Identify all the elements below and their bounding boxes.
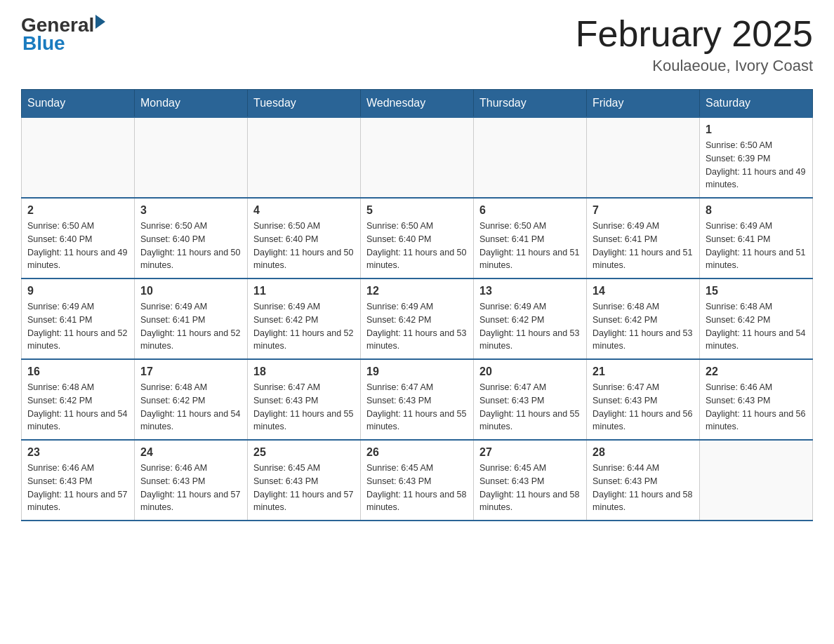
day-content: 15Sunrise: 6:48 AM Sunset: 6:42 PM Dayli… <box>706 285 807 353</box>
day-number: 15 <box>706 285 807 297</box>
calendar-day-cell <box>474 117 587 198</box>
day-content: 7Sunrise: 6:49 AM Sunset: 6:41 PM Daylig… <box>593 204 694 272</box>
day-content: 9Sunrise: 6:49 AM Sunset: 6:41 PM Daylig… <box>27 285 128 353</box>
day-number: 6 <box>479 204 581 217</box>
day-number: 25 <box>253 446 355 459</box>
calendar-day-cell: 20Sunrise: 6:47 AM Sunset: 6:43 PM Dayli… <box>474 359 587 440</box>
calendar-table: Sunday Monday Tuesday Wednesday Thursday… <box>21 89 813 521</box>
day-info: Sunrise: 6:48 AM Sunset: 6:42 PM Dayligh… <box>140 381 241 434</box>
day-info: Sunrise: 6:49 AM Sunset: 6:42 PM Dayligh… <box>479 300 581 353</box>
day-info: Sunrise: 6:46 AM Sunset: 6:43 PM Dayligh… <box>27 462 128 514</box>
calendar-day-cell: 4Sunrise: 6:50 AM Sunset: 6:40 PM Daylig… <box>248 198 361 279</box>
day-content: 23Sunrise: 6:46 AM Sunset: 6:43 PM Dayli… <box>27 446 128 514</box>
calendar-day-cell: 6Sunrise: 6:50 AM Sunset: 6:41 PM Daylig… <box>474 198 587 279</box>
day-number: 8 <box>706 204 807 217</box>
day-info: Sunrise: 6:48 AM Sunset: 6:42 PM Dayligh… <box>706 300 807 353</box>
day-number: 28 <box>593 446 694 459</box>
day-content: 22Sunrise: 6:46 AM Sunset: 6:43 PM Dayli… <box>706 365 807 434</box>
day-info: Sunrise: 6:50 AM Sunset: 6:40 PM Dayligh… <box>140 220 241 272</box>
calendar-day-cell: 19Sunrise: 6:47 AM Sunset: 6:43 PM Dayli… <box>361 359 474 440</box>
day-content: 5Sunrise: 6:50 AM Sunset: 6:40 PM Daylig… <box>366 204 468 272</box>
calendar-day-cell: 14Sunrise: 6:48 AM Sunset: 6:42 PM Dayli… <box>587 279 700 359</box>
calendar-day-cell: 28Sunrise: 6:44 AM Sunset: 6:43 PM Dayli… <box>587 440 700 521</box>
location-text: Koulaeoue, Ivory Coast <box>576 57 813 75</box>
calendar-week-row: 9Sunrise: 6:49 AM Sunset: 6:41 PM Daylig… <box>22 279 813 359</box>
day-number: 14 <box>593 285 694 297</box>
calendar-day-cell: 1Sunrise: 6:50 AM Sunset: 6:39 PM Daylig… <box>700 117 813 198</box>
day-info: Sunrise: 6:49 AM Sunset: 6:41 PM Dayligh… <box>140 300 241 353</box>
title-section: February 2025 Koulaeoue, Ivory Coast <box>576 14 813 75</box>
calendar-day-cell <box>22 117 135 198</box>
calendar-day-cell: 23Sunrise: 6:46 AM Sunset: 6:43 PM Dayli… <box>22 440 135 521</box>
day-info: Sunrise: 6:44 AM Sunset: 6:43 PM Dayligh… <box>593 462 694 514</box>
calendar-day-cell: 11Sunrise: 6:49 AM Sunset: 6:42 PM Dayli… <box>248 279 361 359</box>
header-sunday: Sunday <box>22 90 135 118</box>
header-friday: Friday <box>587 90 700 118</box>
day-content: 25Sunrise: 6:45 AM Sunset: 6:43 PM Dayli… <box>253 446 355 514</box>
day-content: 3Sunrise: 6:50 AM Sunset: 6:40 PM Daylig… <box>140 204 241 272</box>
calendar-day-cell: 27Sunrise: 6:45 AM Sunset: 6:43 PM Dayli… <box>474 440 587 521</box>
day-content: 8Sunrise: 6:49 AM Sunset: 6:41 PM Daylig… <box>706 204 807 272</box>
day-info: Sunrise: 6:50 AM Sunset: 6:40 PM Dayligh… <box>253 220 355 272</box>
day-info: Sunrise: 6:45 AM Sunset: 6:43 PM Dayligh… <box>366 462 468 514</box>
day-number: 5 <box>366 204 468 217</box>
calendar-day-cell: 5Sunrise: 6:50 AM Sunset: 6:40 PM Daylig… <box>361 198 474 279</box>
day-number: 10 <box>140 285 241 297</box>
calendar-day-cell <box>135 117 248 198</box>
day-info: Sunrise: 6:48 AM Sunset: 6:42 PM Dayligh… <box>593 300 694 353</box>
day-number: 7 <box>593 204 694 217</box>
day-number: 4 <box>253 204 355 217</box>
day-info: Sunrise: 6:46 AM Sunset: 6:43 PM Dayligh… <box>140 462 241 514</box>
day-content: 27Sunrise: 6:45 AM Sunset: 6:43 PM Dayli… <box>479 446 581 514</box>
day-number: 26 <box>366 446 468 459</box>
header-monday: Monday <box>135 90 248 118</box>
calendar-day-cell: 9Sunrise: 6:49 AM Sunset: 6:41 PM Daylig… <box>22 279 135 359</box>
day-info: Sunrise: 6:49 AM Sunset: 6:41 PM Dayligh… <box>593 220 694 272</box>
calendar-day-cell: 10Sunrise: 6:49 AM Sunset: 6:41 PM Dayli… <box>135 279 248 359</box>
calendar-day-cell <box>587 117 700 198</box>
calendar-day-cell: 3Sunrise: 6:50 AM Sunset: 6:40 PM Daylig… <box>135 198 248 279</box>
day-number: 21 <box>593 365 694 378</box>
month-title: February 2025 <box>576 14 813 54</box>
day-number: 19 <box>366 365 468 378</box>
day-info: Sunrise: 6:49 AM Sunset: 6:42 PM Dayligh… <box>253 300 355 353</box>
day-content: 16Sunrise: 6:48 AM Sunset: 6:42 PM Dayli… <box>27 365 128 434</box>
day-content: 6Sunrise: 6:50 AM Sunset: 6:41 PM Daylig… <box>479 204 581 272</box>
day-number: 20 <box>479 365 581 378</box>
day-content: 24Sunrise: 6:46 AM Sunset: 6:43 PM Dayli… <box>140 446 241 514</box>
calendar-day-cell: 21Sunrise: 6:47 AM Sunset: 6:43 PM Dayli… <box>587 359 700 440</box>
calendar-week-row: 16Sunrise: 6:48 AM Sunset: 6:42 PM Dayli… <box>22 359 813 440</box>
calendar-day-cell: 22Sunrise: 6:46 AM Sunset: 6:43 PM Dayli… <box>700 359 813 440</box>
day-content: 26Sunrise: 6:45 AM Sunset: 6:43 PM Dayli… <box>366 446 468 514</box>
day-number: 27 <box>479 446 581 459</box>
calendar-day-cell: 12Sunrise: 6:49 AM Sunset: 6:42 PM Dayli… <box>361 279 474 359</box>
day-info: Sunrise: 6:50 AM Sunset: 6:39 PM Dayligh… <box>706 139 807 192</box>
calendar-day-cell: 15Sunrise: 6:48 AM Sunset: 6:42 PM Dayli… <box>700 279 813 359</box>
day-content: 13Sunrise: 6:49 AM Sunset: 6:42 PM Dayli… <box>479 285 581 353</box>
calendar-day-cell: 18Sunrise: 6:47 AM Sunset: 6:43 PM Dayli… <box>248 359 361 440</box>
day-info: Sunrise: 6:49 AM Sunset: 6:42 PM Dayligh… <box>366 300 468 353</box>
day-info: Sunrise: 6:48 AM Sunset: 6:42 PM Dayligh… <box>27 381 128 434</box>
day-content: 11Sunrise: 6:49 AM Sunset: 6:42 PM Dayli… <box>253 285 355 353</box>
day-number: 23 <box>27 446 128 459</box>
day-info: Sunrise: 6:45 AM Sunset: 6:43 PM Dayligh… <box>479 462 581 514</box>
header-saturday: Saturday <box>700 90 813 118</box>
header-tuesday: Tuesday <box>248 90 361 118</box>
calendar-day-cell <box>248 117 361 198</box>
logo-arrow-icon <box>95 15 105 29</box>
day-number: 13 <box>479 285 581 297</box>
calendar-week-row: 2Sunrise: 6:50 AM Sunset: 6:40 PM Daylig… <box>22 198 813 279</box>
calendar-day-cell: 24Sunrise: 6:46 AM Sunset: 6:43 PM Dayli… <box>135 440 248 521</box>
day-info: Sunrise: 6:50 AM Sunset: 6:41 PM Dayligh… <box>479 220 581 272</box>
calendar-day-cell: 7Sunrise: 6:49 AM Sunset: 6:41 PM Daylig… <box>587 198 700 279</box>
day-content: 20Sunrise: 6:47 AM Sunset: 6:43 PM Dayli… <box>479 365 581 434</box>
day-number: 18 <box>253 365 355 378</box>
day-info: Sunrise: 6:46 AM Sunset: 6:43 PM Dayligh… <box>706 381 807 434</box>
day-info: Sunrise: 6:47 AM Sunset: 6:43 PM Dayligh… <box>253 381 355 434</box>
calendar-day-cell: 8Sunrise: 6:49 AM Sunset: 6:41 PM Daylig… <box>700 198 813 279</box>
calendar-week-row: 1Sunrise: 6:50 AM Sunset: 6:39 PM Daylig… <box>22 117 813 198</box>
calendar-day-cell: 26Sunrise: 6:45 AM Sunset: 6:43 PM Dayli… <box>361 440 474 521</box>
day-number: 11 <box>253 285 355 297</box>
header-wednesday: Wednesday <box>361 90 474 118</box>
day-content: 28Sunrise: 6:44 AM Sunset: 6:43 PM Dayli… <box>593 446 694 514</box>
